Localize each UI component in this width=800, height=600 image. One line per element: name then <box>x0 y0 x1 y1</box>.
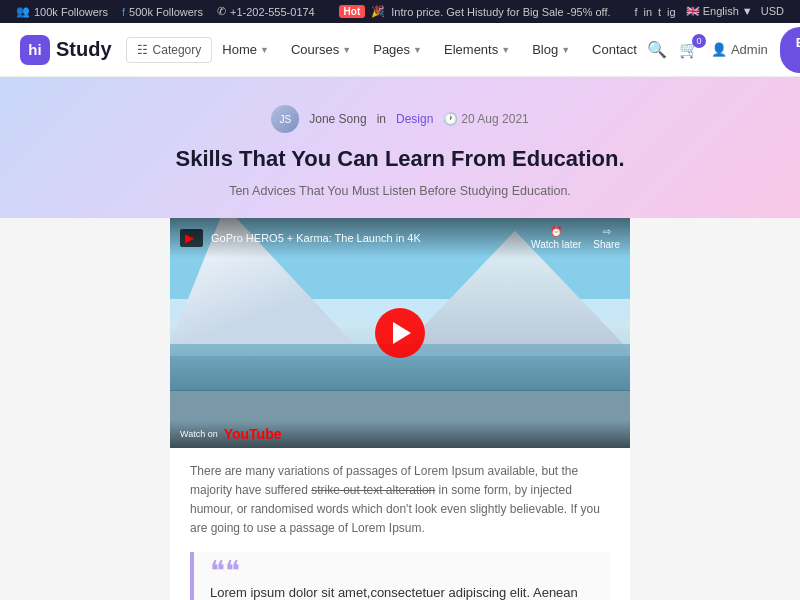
main-content: ▶ GoPro HERO5 + Karma: The Launch in 4K … <box>0 218 800 600</box>
top-bar-right: f in t ig 🇬🇧 English ▼ USD <box>634 5 784 18</box>
blockquote-text: Lorem ipsum dolor sit amet,consectetuer … <box>210 583 594 600</box>
language-selector[interactable]: 🇬🇧 English ▼ <box>686 5 753 18</box>
hero-meta: JS Jone Song in Design 🕐 20 Aug 2021 <box>175 105 624 133</box>
main-nav: Home ▼ Courses ▼ Pages ▼ Elements ▼ Blog… <box>212 36 647 63</box>
grid-icon: ☷ <box>137 43 148 57</box>
blockquote: ❝❝ Lorem ipsum dolor sit amet,consectetu… <box>190 552 610 600</box>
hero-subtitle: Ten Advices That You Must Listen Before … <box>175 184 624 198</box>
promo-icon: 🎉 <box>371 5 385 18</box>
video-actions: ⏰ Watch later ⇨ Share <box>531 226 620 250</box>
video-label: ▶ <box>180 229 203 247</box>
currency-selector[interactable]: USD <box>761 5 784 18</box>
body-paragraph: There are many variations of passages of… <box>190 462 610 539</box>
youtube-icon: ▶ <box>185 231 194 245</box>
admin-link[interactable]: 👤 Admin <box>711 42 768 57</box>
watch-later-button[interactable]: ⏰ Watch later <box>531 226 581 250</box>
clock-icon: 🕐 <box>443 112 458 126</box>
twitter-icon[interactable]: t <box>658 6 661 18</box>
nav-elements[interactable]: Elements ▼ <box>434 36 520 63</box>
social-icons: f in t ig <box>634 6 675 18</box>
facebook-icon[interactable]: f <box>634 6 637 18</box>
cart-button[interactable]: 🛒 0 <box>679 40 699 59</box>
video-container: ▶ GoPro HERO5 + Karma: The Launch in 4K … <box>170 218 630 448</box>
logo-icon: hi <box>20 35 50 65</box>
chevron-down-icon: ▼ <box>501 45 510 55</box>
chevron-down-icon: ▼ <box>342 45 351 55</box>
followers1: 👥 100k Followers <box>16 5 108 18</box>
cart-badge: 0 <box>692 34 706 48</box>
top-bar-left: 👥 100k Followers f 500k Followers ✆ +1-2… <box>16 5 315 18</box>
nav-pages[interactable]: Pages ▼ <box>363 36 432 63</box>
chevron-down-icon: ▼ <box>561 45 570 55</box>
promo-text: Intro price. Get Histudy for Big Sale -9… <box>391 6 610 18</box>
video-overlay-top: ▶ GoPro HERO5 + Karma: The Launch in 4K … <box>170 218 630 258</box>
logo-text: Study <box>56 38 112 61</box>
play-button[interactable] <box>375 308 425 358</box>
nav-home[interactable]: Home ▼ <box>212 36 279 63</box>
nav-blog[interactable]: Blog ▼ <box>522 36 580 63</box>
hot-badge: Hot <box>339 5 366 18</box>
chevron-down-icon: ▼ <box>413 45 422 55</box>
logo[interactable]: hi Study <box>20 35 112 65</box>
user-icon: 👤 <box>711 42 727 57</box>
avatar: JS <box>271 105 299 133</box>
followers2: f 500k Followers <box>122 6 203 18</box>
hero-date: 🕐 20 Aug 2021 <box>443 112 528 126</box>
content-card: ▶ GoPro HERO5 + Karma: The Launch in 4K … <box>170 218 630 600</box>
lang-usd: 🇬🇧 English ▼ USD <box>686 5 784 18</box>
video-title: GoPro HERO5 + Karma: The Launch in 4K <box>211 232 523 244</box>
text-content: There are many variations of passages of… <box>170 448 630 600</box>
instagram-icon[interactable]: ig <box>667 6 676 18</box>
category-button[interactable]: ☷ Category <box>126 37 213 63</box>
hero-inner: JS Jone Song in Design 🕐 20 Aug 2021 Ski… <box>175 105 624 198</box>
video-overlay-bottom: Watch on YouTube <box>170 420 630 448</box>
search-icon[interactable]: 🔍 <box>647 40 667 59</box>
header-right: 🔍 🛒 0 👤 Admin Enroll Now <box>647 27 800 73</box>
in-text: in <box>377 112 386 126</box>
author-name: Jone Song <box>309 112 366 126</box>
top-bar: 👥 100k Followers f 500k Followers ✆ +1-2… <box>0 0 800 23</box>
header-left: hi Study ☷ Category <box>20 35 212 65</box>
share-icon: ⇨ <box>603 226 611 237</box>
nav-contact[interactable]: Contact <box>582 36 647 63</box>
nav-courses[interactable]: Courses ▼ <box>281 36 361 63</box>
linkedin-icon[interactable]: in <box>643 6 652 18</box>
share-button[interactable]: ⇨ Share <box>593 226 620 250</box>
top-bar-center: Hot 🎉 Intro price. Get Histudy for Big S… <box>339 5 611 18</box>
chevron-down-icon: ▼ <box>260 45 269 55</box>
hero-title: Skills That You Can Learn From Education… <box>175 145 624 174</box>
youtube-brand[interactable]: YouTube <box>224 426 282 442</box>
hero-category[interactable]: Design <box>396 112 433 126</box>
hero-section: JS Jone Song in Design 🕐 20 Aug 2021 Ski… <box>0 77 800 218</box>
strikethrough-text: strike out text alteration <box>311 483 435 497</box>
quote-icon: ❝❝ <box>210 564 240 578</box>
phone: ✆ +1-202-555-0174 <box>217 5 315 18</box>
enroll-button[interactable]: Enroll Now <box>780 27 800 73</box>
clock-icon: ⏰ <box>550 226 562 237</box>
header: hi Study ☷ Category Home ▼ Courses ▼ Pag… <box>0 23 800 77</box>
watch-on-text: Watch on <box>180 429 218 439</box>
